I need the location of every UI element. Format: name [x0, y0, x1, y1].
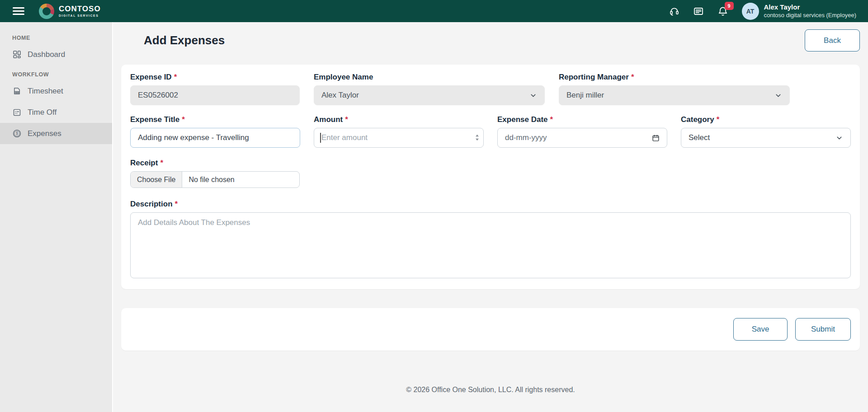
page-title: Add Expenses: [144, 33, 225, 47]
sidebar-item-timesheet[interactable]: Timesheet: [0, 80, 112, 102]
number-stepper[interactable]: [475, 134, 479, 141]
chevron-down-icon: [835, 134, 843, 142]
required-asterisk: *: [717, 115, 720, 124]
receipt-label: Receipt*: [130, 159, 300, 168]
date-picker-button[interactable]: [652, 134, 660, 142]
text-cursor: [320, 133, 321, 143]
expense-id-input[interactable]: [130, 85, 300, 105]
top-navbar: CONTOSO DIGITAL SERVICES: [0, 0, 868, 22]
sidebar-item-label: Expenses: [28, 129, 61, 138]
avatar: AT: [742, 3, 759, 20]
expense-title-label: Expense Title*: [130, 115, 300, 124]
contoso-logo[interactable]: CONTOSO DIGITAL SERVICES: [39, 4, 101, 19]
expense-form-card: Expense ID* Employee Name Alex Taylor: [121, 65, 860, 289]
timeoff-calendar-icon: [12, 108, 22, 117]
announcements-button[interactable]: [693, 6, 704, 17]
required-asterisk: *: [160, 159, 163, 168]
hamburger-icon: [13, 7, 24, 9]
required-asterisk: *: [631, 73, 634, 82]
required-asterisk: *: [182, 115, 185, 124]
sidebar-item-expenses[interactable]: $ Expenses: [0, 123, 112, 144]
brand-name: CONTOSO: [59, 5, 101, 13]
amount-label: Amount*: [314, 115, 484, 124]
user-menu[interactable]: AT Alex Taylor contoso digital services …: [742, 3, 856, 20]
hamburger-menu-button[interactable]: [10, 5, 27, 18]
contoso-logo-icon: [39, 4, 54, 19]
copyright-footer: © 2026 Office One Solution, LLC. All rig…: [121, 386, 860, 394]
user-org: contoso digital services (Employee): [764, 12, 856, 19]
required-asterisk: *: [174, 73, 177, 82]
expenses-dollar-icon: $: [12, 129, 22, 138]
notifications-button[interactable]: 9: [717, 6, 728, 17]
svg-text:$: $: [16, 131, 18, 136]
stepper-up-icon: [475, 134, 479, 137]
sidebar-section-workflow: WORKFLOW: [0, 65, 112, 80]
sidebar-item-label: Timesheet: [28, 87, 63, 96]
calendar-icon: [652, 134, 660, 142]
employee-name-select[interactable]: Alex Taylor: [314, 85, 545, 105]
category-select[interactable]: Select: [681, 128, 851, 148]
brand-tagline: DIGITAL SERVICES: [59, 14, 101, 17]
dashboard-grid-icon: [12, 50, 22, 59]
support-button[interactable]: [669, 6, 679, 16]
choose-file-button[interactable]: Choose File: [131, 172, 182, 187]
chevron-down-icon: [774, 92, 782, 99]
chevron-down-icon: [529, 92, 537, 99]
reporting-manager-label: Reporting Manager*: [559, 73, 790, 82]
stepper-down-icon: [475, 138, 479, 141]
receipt-file-input[interactable]: Choose File No file chosen: [130, 171, 300, 188]
main-content: Add Expenses Back Expense ID* Employee N…: [113, 22, 868, 412]
sidebar-item-dashboard[interactable]: Dashboard: [0, 44, 112, 65]
required-asterisk: *: [550, 115, 553, 124]
category-label: Category*: [681, 115, 851, 124]
amount-input[interactable]: [314, 128, 484, 148]
description-textarea[interactable]: [130, 212, 851, 278]
sidebar: HOME Dashboard WORKFLOW Timesheet: [0, 22, 113, 412]
user-name: Alex Taylor: [764, 3, 856, 12]
headset-icon: [669, 6, 679, 16]
expense-title-input[interactable]: [130, 128, 300, 148]
expense-id-label: Expense ID*: [130, 73, 300, 82]
submit-button[interactable]: Submit: [795, 318, 851, 341]
sidebar-section-home: HOME: [0, 28, 112, 44]
required-asterisk: *: [175, 200, 178, 209]
sidebar-item-label: Dashboard: [28, 50, 65, 59]
reporting-manager-select[interactable]: Benji miller: [559, 85, 790, 105]
sidebar-item-label: Time Off: [28, 108, 57, 117]
notification-badge: 9: [725, 2, 734, 10]
employee-name-label: Employee Name: [314, 73, 545, 82]
timesheet-document-icon: [12, 86, 22, 96]
save-button[interactable]: Save: [733, 318, 788, 341]
description-label: Description*: [130, 200, 851, 209]
form-actions-card: Save Submit: [121, 308, 860, 351]
expense-date-input[interactable]: dd-mm-yyyy: [497, 128, 667, 148]
required-asterisk: *: [345, 115, 348, 124]
newspaper-icon: [693, 6, 704, 17]
file-chosen-status: No file chosen: [182, 172, 241, 187]
sidebar-item-timeoff[interactable]: Time Off: [0, 102, 112, 123]
expense-date-label: Expense Date*: [497, 115, 667, 124]
back-button[interactable]: Back: [805, 29, 860, 52]
